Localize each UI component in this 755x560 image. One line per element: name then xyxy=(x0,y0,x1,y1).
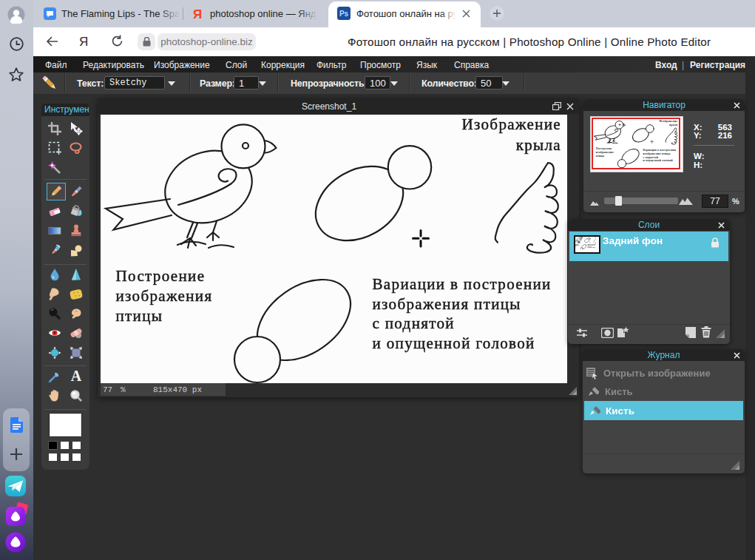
svg-text:Ps: Ps xyxy=(339,10,349,18)
